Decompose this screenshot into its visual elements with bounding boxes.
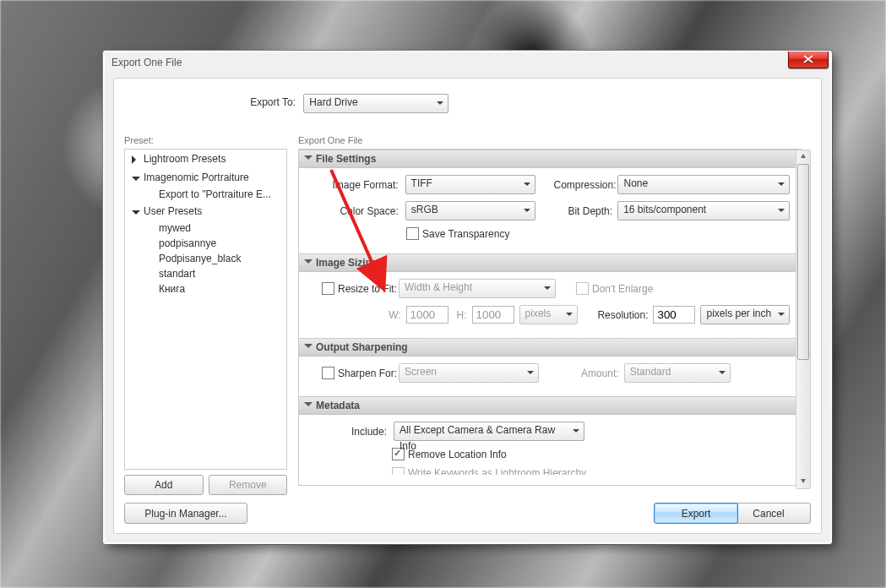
include-label: Include: bbox=[311, 426, 394, 438]
export-to-label: Export To: bbox=[114, 96, 296, 108]
chevron-right-icon bbox=[132, 155, 140, 164]
chevron-down-icon bbox=[304, 259, 313, 268]
image-format-label: Image Format: bbox=[311, 179, 405, 191]
section-output-sharpening[interactable]: Output Sharpening bbox=[299, 338, 802, 357]
width-input bbox=[406, 306, 448, 324]
compression-label: Compression: bbox=[553, 179, 612, 191]
preset-group[interactable]: Lightroom Presets bbox=[125, 150, 286, 168]
scrollbar[interactable] bbox=[796, 150, 811, 489]
panel-title: Export One File bbox=[298, 135, 802, 145]
preset-group[interactable]: User Presets bbox=[125, 202, 286, 220]
preset-item[interactable]: podpisannye bbox=[125, 236, 286, 251]
export-to-row: Export To: Hard Drive bbox=[114, 94, 821, 114]
preset-group-label: Lightroom Presets bbox=[144, 153, 226, 165]
export-to-select[interactable]: Hard Drive bbox=[303, 94, 448, 113]
resize-to-fit-value: Width & Height bbox=[405, 281, 472, 293]
scroll-thumb[interactable] bbox=[797, 164, 809, 360]
chevron-down-icon bbox=[304, 402, 313, 411]
close-button[interactable] bbox=[788, 52, 829, 68]
preset-item[interactable]: Книга bbox=[125, 281, 286, 297]
image-format-select[interactable]: TIFF bbox=[405, 175, 535, 194]
close-icon bbox=[803, 55, 813, 63]
compression-value: None bbox=[623, 177, 648, 189]
resize-to-fit-checkbox[interactable] bbox=[322, 282, 334, 295]
width-label: W: bbox=[389, 309, 400, 321]
export-button[interactable]: Export bbox=[654, 503, 738, 524]
cancel-button[interactable]: Cancel bbox=[726, 503, 811, 524]
section-metadata[interactable]: Metadata bbox=[299, 396, 802, 415]
chevron-down-icon bbox=[132, 210, 140, 219]
chevron-down-icon bbox=[304, 344, 313, 352]
sharpen-for-label: Sharpen For: bbox=[338, 368, 399, 379]
resize-to-fit-select: Width & Height bbox=[399, 279, 556, 298]
bit-depth-label: Bit Depth: bbox=[554, 205, 612, 217]
plugin-manager-button[interactable]: Plug-in Manager... bbox=[124, 503, 247, 524]
scroll-down-icon[interactable] bbox=[796, 475, 810, 488]
window-title: Export One File bbox=[111, 57, 182, 68]
resolution-label: Resolution: bbox=[597, 309, 648, 321]
color-space-value: sRGB bbox=[411, 204, 438, 215]
color-space-label: Color Space: bbox=[311, 205, 405, 217]
scroll-up-icon[interactable] bbox=[796, 150, 810, 164]
amount-select: Standard bbox=[624, 363, 731, 383]
remove-location-label: Remove Location Info bbox=[408, 449, 507, 460]
settings-panel: File Settings Image Format: TIFF Compres… bbox=[298, 149, 802, 486]
image-format-value: TIFF bbox=[411, 177, 432, 189]
resolution-units-select[interactable]: pixels per inch bbox=[700, 305, 790, 324]
preset-group[interactable]: Imagenomic Portraiture bbox=[125, 168, 286, 187]
height-label: H: bbox=[457, 309, 467, 321]
section-file-settings[interactable]: File Settings bbox=[299, 150, 802, 168]
section-title: File Settings bbox=[316, 153, 376, 165]
section-title: Metadata bbox=[316, 400, 360, 411]
wh-units-value: pixels bbox=[525, 308, 552, 319]
titlebar[interactable]: Export One File bbox=[105, 52, 830, 74]
wh-units-select: pixels bbox=[519, 305, 578, 324]
add-button[interactable]: Add bbox=[124, 475, 204, 495]
dont-enlarge-checkbox bbox=[576, 282, 589, 295]
resize-to-fit-label: Resize to Fit: bbox=[338, 283, 399, 295]
preset-item[interactable]: Export to "Portraiture E... bbox=[125, 187, 286, 202]
sharpen-for-value: Screen bbox=[405, 366, 437, 378]
chevron-down-icon bbox=[132, 177, 140, 185]
sharpen-for-select: Screen bbox=[399, 363, 539, 383]
preset-tree[interactable]: Lightroom Presets Imagenomic Portraiture… bbox=[124, 149, 287, 470]
amount-value: Standard bbox=[630, 366, 671, 378]
save-transparency-checkbox[interactable] bbox=[406, 227, 419, 240]
preset-item[interactable]: standart bbox=[125, 266, 286, 281]
color-space-select[interactable]: sRGB bbox=[405, 201, 535, 220]
preset-group-label: User Presets bbox=[144, 205, 202, 217]
amount-label: Amount: bbox=[581, 368, 619, 379]
save-transparency-label: Save Transparency bbox=[422, 228, 509, 240]
bit-depth-select[interactable]: 16 bits/component bbox=[617, 201, 790, 220]
preset-group-label: Imagenomic Portraiture bbox=[144, 172, 249, 183]
section-title: Output Sharpening bbox=[316, 341, 408, 353]
resolution-units-value: pixels per inch bbox=[706, 308, 771, 319]
dont-enlarge-label: Don't Enlarge bbox=[592, 283, 653, 295]
preset-item[interactable]: mywed bbox=[125, 220, 286, 236]
export-dialog: Export One File Export To: Hard Drive Pr… bbox=[103, 51, 832, 544]
section-title: Image Sizing bbox=[316, 257, 378, 269]
height-input bbox=[472, 306, 514, 324]
write-keywords-label: Write Keywords as Lightroom Hierarchy bbox=[408, 467, 586, 475]
chevron-down-icon bbox=[304, 155, 313, 164]
write-keywords-checkbox bbox=[392, 467, 405, 475]
bit-depth-value: 16 bits/component bbox=[623, 204, 706, 215]
preset-label: Preset: bbox=[124, 135, 287, 145]
section-image-sizing[interactable]: Image Sizing bbox=[299, 253, 802, 272]
sharpen-for-checkbox[interactable] bbox=[322, 367, 334, 379]
export-to-value: Hard Drive bbox=[309, 96, 357, 108]
resolution-input[interactable] bbox=[653, 306, 695, 324]
include-select[interactable]: All Except Camera & Camera Raw Info bbox=[394, 422, 584, 441]
remove-button: Remove bbox=[209, 475, 288, 495]
compression-select[interactable]: None bbox=[617, 175, 790, 194]
preset-item[interactable]: Podpisanye_black bbox=[125, 251, 286, 266]
